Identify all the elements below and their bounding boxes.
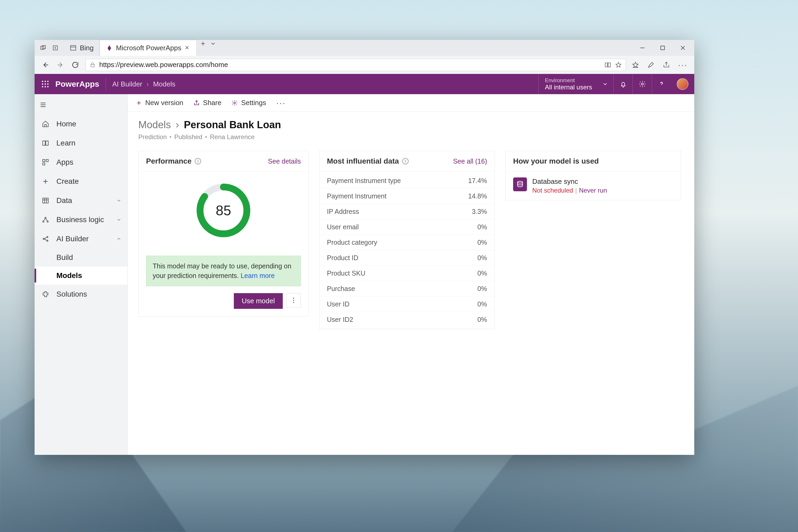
favorite-star-icon[interactable] bbox=[615, 61, 622, 68]
usage-item[interactable]: Database sync Not scheduled | Never run bbox=[513, 177, 673, 194]
nav-forward-button[interactable] bbox=[56, 60, 65, 70]
plus-icon bbox=[136, 100, 142, 106]
browser-window: Bing Microsoft PowerApps bbox=[35, 40, 694, 455]
row-value: 14.8% bbox=[468, 192, 487, 200]
sidebar-item-data[interactable]: Data bbox=[35, 191, 128, 210]
url-input[interactable] bbox=[99, 61, 601, 69]
nav-collapse-icon[interactable] bbox=[36, 97, 51, 112]
bing-favicon-icon bbox=[70, 44, 77, 51]
page-meta-item: Prediction bbox=[138, 133, 167, 141]
influential-data-row: Purchase0% bbox=[320, 281, 494, 297]
sidebar-item-create[interactable]: Create bbox=[35, 172, 128, 191]
breadcrumb-item[interactable]: Models bbox=[153, 80, 175, 88]
sidebar-item-label: AI Builder bbox=[56, 234, 89, 243]
cmd-label: Share bbox=[203, 99, 221, 107]
svg-rect-17 bbox=[46, 159, 48, 162]
svg-rect-2 bbox=[53, 46, 57, 50]
new-tab-button[interactable] bbox=[199, 40, 207, 48]
nav-refresh-button[interactable] bbox=[71, 60, 80, 70]
performance-score: 85 bbox=[194, 181, 253, 240]
environment-picker[interactable]: Environment All internal users bbox=[538, 74, 613, 94]
learn-more-link[interactable]: Learn more bbox=[241, 272, 275, 279]
table-icon bbox=[41, 196, 50, 205]
see-all-link[interactable]: See all (16) bbox=[453, 157, 487, 165]
svg-point-30 bbox=[293, 300, 294, 301]
svg-point-21 bbox=[45, 217, 46, 218]
svg-rect-18 bbox=[43, 163, 45, 165]
browser-tab-powerapps[interactable]: Microsoft PowerApps bbox=[100, 40, 196, 56]
cmd-new-version[interactable]: New version bbox=[136, 99, 183, 107]
browser-titlebar: Bing Microsoft PowerApps bbox=[35, 40, 694, 56]
row-label: Purchase bbox=[327, 285, 355, 292]
app-header: PowerApps AI Builder › Models Environmen… bbox=[35, 74, 694, 94]
notifications-icon[interactable] bbox=[613, 74, 632, 94]
browser-address-bar: ··· bbox=[35, 56, 694, 74]
nav-back-button[interactable] bbox=[41, 60, 50, 70]
notes-icon[interactable] bbox=[647, 61, 654, 69]
row-label: Product SKU bbox=[327, 269, 365, 277]
sidebar-item-ai-builder[interactable]: AI Builder bbox=[35, 229, 128, 248]
page-title: Personal Bank Loan bbox=[184, 119, 281, 131]
browser-menu-icon[interactable]: ··· bbox=[678, 60, 688, 70]
cmd-settings[interactable]: Settings bbox=[231, 99, 266, 107]
card-performance: Performance i See details 85 bbox=[138, 151, 308, 317]
flow-icon bbox=[41, 215, 50, 224]
set-aside-icon[interactable] bbox=[52, 44, 59, 52]
book-icon bbox=[41, 138, 50, 148]
powerapps-favicon-icon bbox=[106, 45, 113, 52]
tab-close-icon[interactable] bbox=[185, 45, 190, 51]
share-page-icon[interactable] bbox=[663, 61, 670, 69]
see-details-link[interactable]: See details bbox=[268, 157, 301, 165]
svg-rect-4 bbox=[661, 46, 664, 50]
app-brand[interactable]: PowerApps bbox=[53, 77, 106, 91]
sidebar-item-learn[interactable]: Learn bbox=[35, 134, 128, 153]
influential-data-row: User ID0% bbox=[320, 297, 494, 312]
reading-view-icon[interactable] bbox=[604, 61, 611, 68]
window-close-button[interactable] bbox=[679, 44, 687, 52]
tab-overflow-icon[interactable] bbox=[209, 40, 217, 48]
sidebar-item-solutions[interactable]: Solutions bbox=[35, 285, 128, 304]
app-launcher-icon[interactable] bbox=[37, 76, 53, 92]
page-crumb-parent[interactable]: Models bbox=[138, 119, 171, 131]
row-label: User ID bbox=[327, 300, 349, 308]
cmd-share[interactable]: Share bbox=[193, 99, 221, 107]
performance-note: This model may be ready to use, dependin… bbox=[146, 255, 301, 286]
separator: | bbox=[575, 187, 577, 194]
row-value: 0% bbox=[477, 254, 487, 262]
chevron-right-icon: › bbox=[176, 119, 179, 131]
row-value: 3.3% bbox=[472, 208, 487, 215]
sidebar-subitem-models[interactable]: Models bbox=[35, 267, 128, 285]
share-icon bbox=[193, 100, 200, 106]
never-run-link[interactable]: Never run bbox=[579, 187, 607, 194]
user-avatar[interactable] bbox=[677, 78, 688, 90]
cmd-overflow[interactable]: ··· bbox=[276, 98, 286, 108]
usage-item-title: Database sync bbox=[532, 177, 607, 186]
card-title: How your model is used bbox=[513, 157, 599, 166]
performance-donut-chart: 85 bbox=[194, 181, 253, 240]
row-label: Product ID bbox=[327, 254, 358, 262]
cmd-label: Settings bbox=[241, 99, 266, 107]
sidebar-subitem-build[interactable]: Build bbox=[35, 248, 128, 267]
browser-tab-bing[interactable]: Bing bbox=[64, 40, 100, 56]
svg-rect-16 bbox=[43, 159, 45, 162]
sidebar-item-business-logic[interactable]: Business logic bbox=[35, 210, 128, 229]
window-minimize-button[interactable] bbox=[639, 44, 646, 52]
svg-point-12 bbox=[42, 86, 43, 88]
settings-gear-icon[interactable] bbox=[632, 74, 652, 94]
info-icon[interactable]: i bbox=[402, 158, 408, 165]
svg-rect-19 bbox=[43, 198, 49, 203]
more-actions-button[interactable] bbox=[286, 293, 301, 307]
help-icon[interactable] bbox=[652, 74, 671, 94]
sidebar-item-home[interactable]: Home bbox=[35, 114, 128, 134]
use-model-button[interactable]: Use model bbox=[234, 293, 283, 309]
info-icon[interactable]: i bbox=[195, 158, 201, 165]
svg-point-8 bbox=[48, 81, 49, 82]
breadcrumb-item[interactable]: AI Builder bbox=[112, 80, 142, 88]
row-label: Payment Instrument bbox=[327, 192, 386, 200]
see-all-count: (16) bbox=[475, 157, 487, 165]
favorites-hub-icon[interactable] bbox=[632, 61, 639, 69]
sidebar-item-apps[interactable]: Apps bbox=[35, 153, 128, 172]
tab-actions-icon[interactable] bbox=[39, 44, 47, 52]
window-maximize-button[interactable] bbox=[659, 44, 667, 52]
row-label: IP Address bbox=[327, 208, 359, 215]
